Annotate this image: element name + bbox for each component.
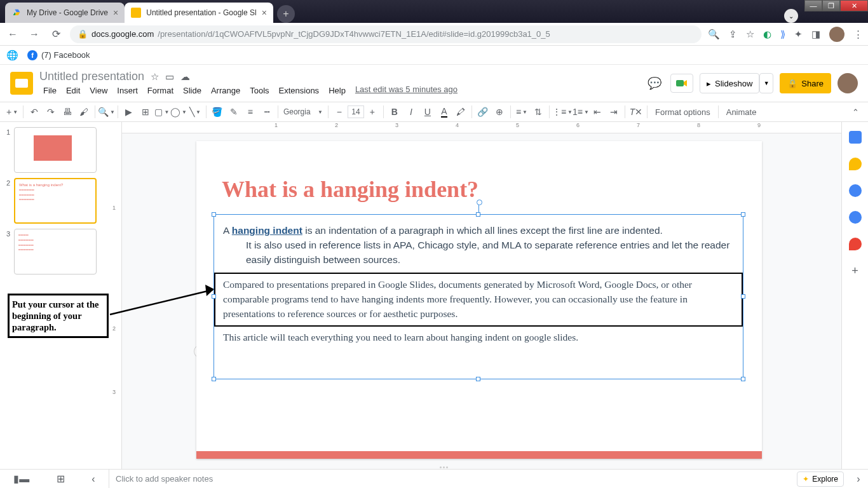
border-color-button[interactable]: ✎ [226, 104, 242, 120]
resize-handle[interactable] [212, 377, 216, 381]
comments-icon[interactable]: 💬 [645, 74, 664, 93]
align-button[interactable]: ≡▼ [513, 104, 530, 120]
resize-handle[interactable] [741, 377, 745, 381]
clear-format-button[interactable]: T✕ [628, 104, 644, 120]
menu-extensions[interactable]: Extensions [275, 85, 323, 97]
collapse-toolbar-button[interactable]: ⌃ [852, 107, 859, 117]
slideshow-dropdown[interactable]: ▼ [759, 73, 773, 93]
sidepanel-icon[interactable]: ◨ [811, 29, 820, 40]
resize-handle[interactable] [741, 212, 745, 217]
slide-title[interactable]: What is a hanging indent? [222, 176, 478, 203]
account-avatar[interactable] [837, 73, 858, 93]
star-icon[interactable]: ☆ [746, 29, 754, 40]
last-edit-link[interactable]: Last edit was 5 minutes ago [355, 85, 458, 97]
border-weight-button[interactable]: ≡ [242, 104, 259, 120]
puzzle-icon[interactable]: ✦ [794, 29, 803, 40]
speaker-notes-input[interactable]: Click to add speaker notes [109, 474, 797, 484]
underline-button[interactable]: U [419, 104, 436, 120]
bold-button[interactable]: B [386, 104, 403, 120]
calendar-icon[interactable] [849, 131, 862, 144]
fill-color-button[interactable]: 🪣 [209, 104, 226, 120]
animate-button[interactable]: Animate [721, 107, 762, 117]
browser-tab-drive[interactable]: My Drive - Google Drive × [5, 3, 125, 23]
slide-thumbnail-3[interactable]: ━━━━━━━━━━━━━━━━━━━━━━ [14, 229, 97, 274]
star-outline-icon[interactable]: ☆ [151, 71, 159, 83]
select-tool[interactable]: ▶ [121, 104, 137, 120]
contacts-icon[interactable] [849, 211, 862, 224]
document-title[interactable]: Untitled presentation [39, 70, 144, 83]
new-tab-button[interactable]: + [277, 5, 295, 23]
profile-avatar[interactable] [829, 27, 844, 42]
italic-button[interactable]: I [403, 104, 419, 120]
font-size-input[interactable]: 14 [348, 105, 364, 118]
paragraph-3[interactable]: This article will teach everything you n… [214, 330, 743, 351]
reload-button[interactable]: ⟳ [48, 28, 64, 40]
resize-handle[interactable] [212, 294, 216, 299]
number-list-button[interactable]: 1≡▼ [573, 104, 589, 120]
image-tool[interactable]: ▢▼ [154, 104, 170, 120]
bullet-list-button[interactable]: ⋮≡▼ [552, 104, 573, 120]
menu-icon[interactable]: ⋮ [853, 29, 863, 40]
bookmark-facebook[interactable]: f (7) Facebook [27, 50, 90, 60]
maps-icon[interactable] [849, 238, 862, 250]
menu-insert[interactable]: Insert [113, 85, 142, 97]
slides-app-icon[interactable] [10, 72, 33, 95]
address-bar[interactable]: 🔒 docs.google.com/presentation/d/1qCWOAF… [70, 25, 702, 43]
menu-format[interactable]: Format [144, 85, 177, 97]
extension-icon[interactable]: ◐ [763, 29, 771, 40]
slide-thumbnail-2[interactable]: What is a hanging indent?━━━━━━━━━━━━━━━… [14, 178, 97, 224]
line-spacing-button[interactable]: ⇅ [530, 104, 546, 120]
shape-tool[interactable]: ◯▼ [170, 104, 187, 120]
resize-handle[interactable] [476, 212, 480, 217]
meet-button[interactable] [670, 74, 693, 93]
add-addon-button[interactable]: + [851, 264, 858, 278]
menu-slide[interactable]: Slide [179, 85, 205, 97]
paragraph-1[interactable]: A hanging indent is an indentation of a … [214, 215, 743, 268]
tab-list-button[interactable]: ⌄ [784, 9, 798, 23]
menu-file[interactable]: File [39, 85, 60, 97]
new-slide-button[interactable]: +▼ [4, 104, 20, 120]
font-increase-button[interactable]: + [364, 104, 381, 120]
window-close-button[interactable]: ✕ [840, 0, 868, 11]
resize-handle[interactable] [741, 294, 745, 299]
menu-edit[interactable]: Edit [62, 85, 84, 97]
back-button[interactable]: ← [5, 29, 20, 40]
line-tool[interactable]: ╲▼ [187, 104, 203, 120]
zoom-button[interactable]: 🔍▼ [98, 104, 115, 120]
font-decrease-button[interactable]: − [331, 104, 348, 120]
close-icon[interactable]: × [113, 8, 118, 18]
format-options-button[interactable]: Format options [650, 107, 715, 117]
resize-handle[interactable] [476, 377, 480, 381]
slide-canvas[interactable]: What is a hanging indent? A hanging inde… [196, 141, 762, 459]
menu-help[interactable]: Help [325, 85, 349, 97]
explore-button[interactable]: ✦ Explore [797, 471, 844, 487]
slideshow-button[interactable]: ▸ Slideshow [700, 73, 759, 93]
filmstrip-view-icon[interactable]: ▮▬ [13, 473, 29, 485]
indent-decrease-button[interactable]: ⇤ [589, 104, 606, 120]
collapse-panel-button[interactable]: ‹ [92, 473, 95, 485]
link-button[interactable]: 🔗 [475, 104, 491, 120]
slide-thumbnail-1[interactable] [14, 127, 97, 173]
rotation-handle[interactable] [478, 203, 479, 212]
globe-icon[interactable]: 🌐 [6, 50, 18, 61]
textbox-tool[interactable]: ⊞ [137, 104, 154, 120]
paragraph-2[interactable]: Compared to presentations prepared in Go… [223, 278, 734, 322]
expand-sidepanel-button[interactable]: › [849, 473, 868, 485]
window-minimize-button[interactable]: — [804, 0, 822, 11]
browser-tab-slides[interactable]: Untitled presentation - Google Sl × [125, 3, 273, 23]
cast-icon[interactable]: ⟫ [780, 29, 785, 40]
share-page-icon[interactable]: ⇪ [729, 29, 737, 40]
keep-icon[interactable] [849, 158, 862, 170]
text-color-button[interactable]: A [436, 104, 452, 120]
redo-button[interactable]: ↷ [43, 104, 59, 120]
forward-button[interactable]: → [27, 29, 42, 40]
menu-arrange[interactable]: Arrange [207, 85, 244, 97]
grid-view-icon[interactable]: ⊞ [57, 473, 65, 485]
canvas-area[interactable]: 1 2 3 1 2 3 4 5 6 7 8 9 ⧣ What is a hang… [109, 122, 841, 484]
hanging-indent-link[interactable]: hanging indent [232, 225, 302, 236]
highlight-button[interactable]: 🖍 [452, 104, 469, 120]
resize-handle[interactable] [212, 212, 216, 217]
menu-tools[interactable]: Tools [246, 85, 273, 97]
font-selector[interactable]: Georgia▼ [281, 105, 325, 119]
zoom-icon[interactable]: 🔍 [708, 29, 720, 40]
